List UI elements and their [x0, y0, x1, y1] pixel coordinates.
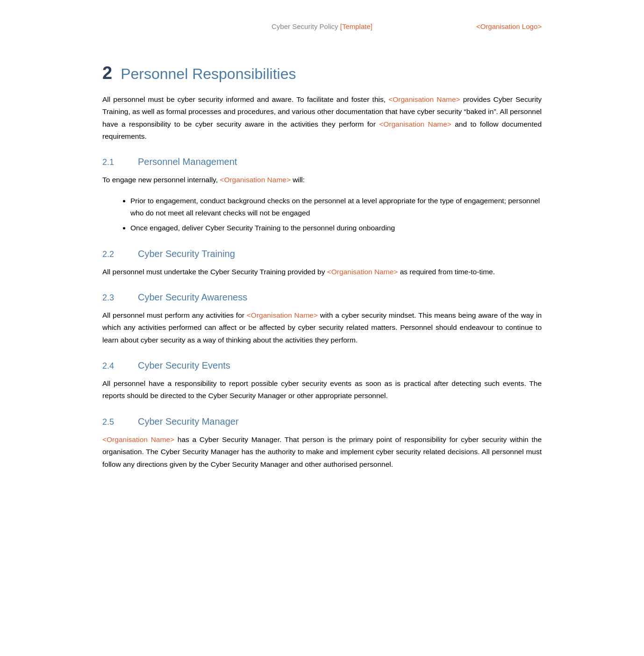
subsection-2-3-heading: Cyber Security Awareness: [138, 292, 247, 303]
subsection-2-4-number: 2.4: [102, 361, 125, 371]
subsection-2-1-number: 2.1: [102, 157, 125, 167]
subsection-2-1-header: 2.1 Personnel Management: [102, 157, 542, 167]
subsection-2-2-text-after: as required from time-to-time.: [398, 268, 495, 276]
section-2-title: 2 Personnel Responsibilities: [102, 63, 542, 83]
subsection-2-2: 2.2 Cyber Security Training All personne…: [102, 249, 542, 278]
subsection-2-1: 2.1 Personnel Management To engage new p…: [102, 157, 542, 234]
subsection-2-1-heading: Personnel Management: [138, 157, 237, 167]
subsection-2-2-org: <Organisation Name>: [327, 268, 398, 276]
subsection-2-5: 2.5 Cyber Security Manager <Organisation…: [102, 416, 542, 471]
subsection-2-5-number: 2.5: [102, 417, 125, 427]
subsection-2-5-text: <Organisation Name> has a Cyber Security…: [102, 434, 542, 471]
subsection-2-5-heading: Cyber Security Manager: [138, 416, 239, 427]
page-container: Cyber Security Policy [Template] <Organi…: [65, 0, 579, 507]
list-item: Prior to engagement, conduct background …: [130, 195, 542, 220]
header-title-text: Cyber Security Policy: [272, 22, 340, 30]
subsection-2-4-header: 2.4 Cyber Security Events: [102, 360, 542, 371]
section-2-intro: All personnel must be cyber security inf…: [102, 93, 542, 143]
subsection-2-2-header: 2.2 Cyber Security Training: [102, 249, 542, 259]
subsection-2-4-text: All personnel have a responsibility to r…: [102, 378, 542, 402]
subsection-2-3: 2.3 Cyber Security Awareness All personn…: [102, 292, 542, 346]
section-2-heading: Personnel Responsibilities: [121, 65, 296, 83]
section-2-intro-org1: <Organisation Name>: [388, 95, 460, 103]
header-template-label: [Template]: [340, 22, 372, 30]
subsection-2-3-org: <Organisation Name>: [247, 311, 318, 319]
subsection-2-2-text: All personnel must undertake the Cyber S…: [102, 266, 542, 278]
header-logo: <Organisation Logo>: [476, 22, 542, 30]
subsection-2-1-text-after: will:: [291, 176, 305, 184]
subsection-2-3-header: 2.3 Cyber Security Awareness: [102, 292, 542, 303]
subsection-2-3-text: All personnel must perform any activitie…: [102, 309, 542, 346]
subsection-2-1-text-before: To engage new personnel internally,: [102, 176, 220, 184]
subsection-2-1-org: <Organisation Name>: [220, 176, 291, 184]
subsection-2-3-number: 2.3: [102, 293, 125, 303]
subsection-2-4-heading: Cyber Security Events: [138, 360, 230, 371]
subsection-2-1-text: To engage new personnel internally, <Org…: [102, 174, 542, 186]
subsection-2-5-org: <Organisation Name>: [102, 435, 174, 443]
section-2-number: 2: [102, 63, 112, 83]
subsection-2-1-list: Prior to engagement, conduct background …: [130, 195, 542, 235]
section-2-intro-org2: <Organisation Name>: [379, 120, 451, 128]
subsection-2-2-number: 2.2: [102, 250, 125, 259]
subsection-2-3-text-before: All personnel must perform any activitie…: [102, 311, 247, 319]
subsection-2-4: 2.4 Cyber Security Events All personnel …: [102, 360, 542, 402]
subsection-2-2-heading: Cyber Security Training: [138, 249, 235, 259]
subsection-2-5-header: 2.5 Cyber Security Manager: [102, 416, 542, 427]
section-2-intro-text1: All personnel must be cyber security inf…: [102, 95, 388, 103]
list-item: Once engaged, deliver Cyber Security Tra…: [130, 222, 542, 234]
page-header: Cyber Security Policy [Template] <Organi…: [102, 14, 542, 44]
subsection-2-2-text-before: All personnel must undertake the Cyber S…: [102, 268, 327, 276]
